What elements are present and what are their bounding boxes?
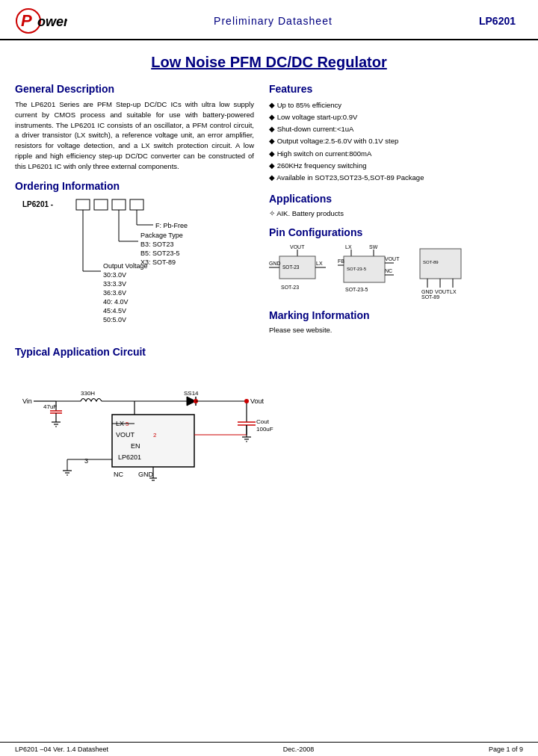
general-description-text: The LP6201 Series are PFM Step-up DC/DC …	[15, 99, 254, 171]
applications-list: AIK. Battery products	[269, 209, 523, 217]
svg-text:VOUT: VOUT	[435, 289, 450, 294]
svg-text:GND: GND	[269, 261, 281, 266]
svg-text:SOT-23: SOT-23	[282, 264, 300, 270]
svg-rect-5	[94, 199, 108, 210]
marking-information-heading: Marking Information	[269, 309, 523, 321]
svg-text:33:3.3V: 33:3.3V	[103, 280, 126, 288]
svg-text:GND: GND	[421, 289, 433, 294]
svg-text:SOT-23-5: SOT-23-5	[347, 267, 367, 271]
marking-information-text: Please see website.	[269, 326, 523, 334]
header-center-text: Preliminary Datasheet	[214, 15, 333, 27]
svg-text:SOT-23: SOT-23	[281, 285, 299, 290]
features-list: Up to 85% efficiency Low voltage start-u…	[269, 99, 523, 184]
feature-item: Low voltage start-up:0.9V	[269, 111, 523, 123]
svg-text:30:3.0V: 30:3.0V	[103, 271, 126, 279]
sot89-diagram: SOT-89 GND VOUT LX SOT-89	[414, 243, 481, 299]
svg-text:2: 2	[153, 432, 157, 439]
svg-text:3: 3	[84, 457, 88, 465]
footer-right: Page 1 of 9	[489, 746, 523, 753]
svg-text:SS14: SS14	[184, 390, 199, 397]
ordering-diagram: LP6201 - F: Pb-Free	[22, 196, 254, 332]
sot23-diagram: VOUT SOT-23 GND LX SOT-23	[269, 243, 329, 299]
main-content: General Description The LP6201 Series ar…	[0, 78, 538, 334]
svg-text:GND: GND	[138, 471, 154, 478]
svg-text:Output Voltage: Output Voltage	[103, 262, 148, 270]
svg-text:F: Pb-Free: F: Pb-Free	[155, 222, 188, 229]
svg-rect-6	[112, 199, 126, 210]
footer-left: LP6201 –04 Ver. 1.4 Datasheet	[15, 746, 108, 753]
general-description-heading: General Description	[15, 83, 254, 95]
svg-text:100uF: 100uF	[256, 426, 273, 433]
typical-application-heading: Typical Application Circuit	[15, 346, 523, 358]
footer: LP6201 –04 Ver. 1.4 Datasheet Dec.-2008 …	[0, 742, 538, 756]
svg-text:VOUT: VOUT	[116, 431, 135, 439]
title-area: Low Noise PFM DC/DC Regulator	[0, 40, 538, 78]
svg-rect-7	[130, 199, 143, 210]
svg-point-88	[244, 399, 249, 403]
pin-configurations-section: Pin Configurations VOUT SOT-23 GND	[269, 226, 523, 299]
feature-item: Output voltage:2.5-6.0V with 0.1V step	[269, 135, 523, 147]
svg-text:Vin: Vin	[22, 397, 32, 405]
svg-text:NC: NC	[114, 471, 123, 478]
header-part-number: LP6201	[479, 15, 516, 27]
svg-text:Package Type: Package Type	[140, 232, 183, 239]
pin-configurations-heading: Pin Configurations	[269, 226, 523, 238]
page: P ower Preliminary Datasheet LP6201 Low …	[0, 0, 538, 756]
svg-text:P: P	[21, 11, 32, 30]
header: P ower Preliminary Datasheet LP6201	[0, 0, 538, 40]
marking-information-section: Marking Information Please see website.	[269, 309, 523, 334]
svg-text:VOUT: VOUT	[385, 256, 400, 261]
ordering-information-heading: Ordering Information	[15, 180, 254, 192]
svg-text:B5: SOT23-5: B5: SOT23-5	[140, 250, 180, 257]
svg-text:LX: LX	[316, 261, 323, 266]
logo-area: P ower	[15, 7, 67, 34]
feature-item: Available in SOT23,SOT23-5,SOT-89 Packag…	[269, 172, 523, 184]
left-column: General Description The LP6201 Series ar…	[15, 83, 254, 334]
feature-item: 260KHz frequency switching	[269, 160, 523, 172]
svg-text:Cout: Cout	[256, 418, 270, 425]
application-item: AIK. Battery products	[269, 209, 523, 217]
general-description-section: General Description The LP6201 Series ar…	[15, 83, 254, 171]
svg-text:LP6201 -: LP6201 -	[22, 200, 53, 208]
applications-section: Applications AIK. Battery products	[269, 193, 523, 217]
svg-text:VOUT: VOUT	[290, 244, 305, 250]
svg-text:EN: EN	[131, 442, 140, 450]
svg-text:SOT-89: SOT-89	[421, 294, 439, 299]
svg-text:50:5.0V: 50:5.0V	[103, 316, 126, 323]
svg-text:SOT-23-5: SOT-23-5	[345, 287, 368, 292]
svg-text:ower: ower	[37, 14, 67, 29]
svg-text:NC: NC	[385, 268, 392, 273]
svg-rect-4	[76, 199, 90, 210]
svg-text:330H: 330H	[81, 390, 95, 397]
svg-text:LX: LX	[345, 244, 352, 250]
svg-text:FB: FB	[338, 258, 344, 264]
pin-diagrams-container: VOUT SOT-23 GND LX SOT-23	[269, 243, 523, 299]
sot235-diagram: LX SW SOT-23-5 FB VOUT	[338, 243, 405, 299]
features-heading: Features	[269, 83, 523, 95]
svg-text:45:4.5V: 45:4.5V	[103, 307, 126, 315]
svg-text:SOT-89: SOT-89	[423, 260, 439, 264]
svg-text:LP6201: LP6201	[118, 453, 141, 461]
right-column: Features Up to 85% efficiency Low voltag…	[262, 83, 523, 334]
svg-text:LX: LX	[450, 289, 457, 294]
ordering-information-section: Ordering Information LP6201 -	[15, 180, 254, 332]
applications-heading: Applications	[269, 193, 523, 205]
footer-center: Dec.-2008	[283, 746, 315, 753]
svg-text:47uF: 47uF	[43, 403, 57, 410]
feature-item: High switch on current:800mA	[269, 148, 523, 160]
logo-icon: P ower	[15, 7, 67, 34]
features-section: Features Up to 85% efficiency Low voltag…	[269, 83, 523, 184]
feature-item: Shut-down current:<1uA	[269, 123, 523, 135]
typical-application-section: Typical Application Circuit Vin 47uF 330…	[0, 338, 538, 489]
page-title: Low Noise PFM DC/DC Regulator	[15, 54, 523, 71]
svg-text:36:3.6V: 36:3.6V	[103, 289, 126, 297]
svg-text:SW: SW	[369, 244, 378, 250]
circuit-diagram: Vin 47uF 330H LX	[15, 362, 508, 482]
feature-item: Up to 85% efficiency	[269, 99, 523, 111]
svg-text:Vout: Vout	[250, 397, 265, 405]
svg-text:40: 4.0V: 40: 4.0V	[103, 298, 129, 306]
ordering-diagram-svg: LP6201 - F: Pb-Free	[22, 196, 239, 331]
svg-text:B3: SOT23: B3: SOT23	[140, 241, 174, 248]
